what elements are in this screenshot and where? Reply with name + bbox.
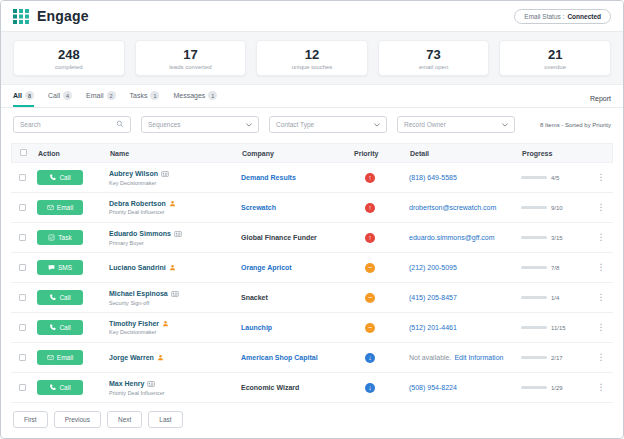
detail-link[interactable]: (212) 200-5095	[409, 264, 457, 271]
first-page-button[interactable]: First	[13, 411, 48, 428]
row-checkbox[interactable]	[19, 294, 26, 301]
row-checkbox[interactable]	[19, 324, 26, 331]
row-menu-icon[interactable]: ⋮	[597, 292, 606, 302]
select-all-checkbox[interactable]	[20, 149, 27, 156]
action-button[interactable]: SMS	[37, 260, 83, 275]
tab-tasks[interactable]: Tasks 1	[130, 91, 160, 107]
priority-low-icon: ↓	[365, 383, 375, 393]
engage-logo-icon	[13, 8, 29, 24]
row-menu-icon[interactable]: ⋮	[597, 322, 606, 332]
action-button-label: Email	[57, 354, 73, 361]
action-button[interactable]: Call	[37, 380, 83, 395]
previous-page-button[interactable]: Previous	[54, 411, 101, 428]
contact-type-dropdown[interactable]: Contact Type	[269, 116, 387, 133]
engage-table: Action Name Company Priority Detail Prog…	[1, 139, 623, 403]
search-input[interactable]	[20, 121, 110, 128]
progress-bar	[521, 296, 547, 299]
sequences-dropdown[interactable]: Sequences	[141, 116, 259, 133]
action-button[interactable]: Task	[37, 230, 83, 245]
tab-bar: All 8 Call 4 Email 2 Tasks 1 Messages 1 …	[1, 85, 623, 108]
action-button-label: Call	[59, 324, 70, 331]
progress-bar	[521, 266, 547, 269]
email-status-badge[interactable]: Email Status : Connected	[514, 9, 611, 24]
company-name[interactable]: Launchip	[241, 324, 272, 331]
tab-label: Messages	[173, 92, 205, 99]
action-button[interactable]: Call	[37, 320, 83, 335]
contact-name[interactable]: Eduardo Simmons	[109, 230, 171, 237]
row-checkbox[interactable]	[19, 234, 26, 241]
contact-name[interactable]: Debra Robertson	[109, 200, 166, 207]
contact-name[interactable]: Luciano Sandrini	[109, 264, 166, 271]
row-menu-icon[interactable]: ⋮	[597, 262, 606, 272]
row-menu-icon[interactable]: ⋮	[597, 172, 606, 182]
table-row: Call Aubrey Wilson Key Decisionmaker Dem…	[11, 163, 613, 193]
detail-link[interactable]: (508) 954-8224	[409, 384, 457, 391]
row-menu-icon[interactable]: ⋮	[597, 202, 606, 212]
action-button[interactable]: Call	[37, 290, 83, 305]
stat-value: 21	[500, 47, 610, 62]
report-link[interactable]: Report	[590, 95, 611, 107]
contact-name[interactable]: Michael Espinosa	[109, 290, 168, 297]
column-header-action: Action	[38, 150, 110, 157]
column-header-company: Company	[242, 150, 354, 157]
detail-link[interactable]: Edit Information	[454, 354, 503, 361]
stat-value: 248	[14, 47, 124, 62]
chevron-down-icon	[502, 121, 508, 128]
row-checkbox[interactable]	[19, 174, 26, 181]
detail-link[interactable]: (818) 649-5585	[409, 174, 457, 181]
company-name[interactable]: American Shop Capital	[241, 354, 318, 361]
contact-name[interactable]: Timothy Fisher	[109, 320, 159, 327]
row-checkbox[interactable]	[19, 354, 26, 361]
table-row: Call Max Henry Priority Deal Influencer …	[11, 373, 613, 403]
row-menu-icon[interactable]: ⋮	[597, 232, 606, 242]
filter-bar: Sequences Contact Type Record Owner 8 It…	[1, 108, 623, 139]
progress-label: 4/5	[551, 175, 559, 181]
tab-all[interactable]: All 8	[13, 91, 34, 107]
row-checkbox[interactable]	[19, 204, 26, 211]
row-menu-icon[interactable]: ⋮	[597, 352, 606, 362]
contact-name[interactable]: Max Henry	[109, 380, 144, 387]
row-menu-icon[interactable]: ⋮	[597, 382, 606, 392]
company-name[interactable]: Demand Results	[241, 174, 296, 181]
company-name: Economic Wizard	[241, 384, 299, 391]
row-checkbox[interactable]	[19, 384, 26, 391]
contact-name[interactable]: Jorge Warren	[109, 354, 154, 361]
id-card-icon	[174, 230, 182, 238]
stat-value: 17	[136, 47, 246, 62]
tab-messages[interactable]: Messages 1	[173, 91, 217, 107]
last-page-button[interactable]: Last	[148, 411, 182, 428]
detail-link[interactable]: (415) 205-8457	[409, 294, 457, 301]
contact-name[interactable]: Aubrey Wilson	[109, 170, 158, 177]
search-field[interactable]	[13, 116, 131, 133]
person-icon	[162, 320, 169, 327]
action-button[interactable]: Email	[37, 200, 83, 215]
tab-label: Tasks	[130, 92, 148, 99]
table-row: SMS Luciano Sandrini Orange Apricot − (2…	[11, 253, 613, 283]
record-owner-dropdown[interactable]: Record Owner	[397, 116, 515, 133]
contact-role: Priority Deal Influencer	[109, 390, 241, 396]
tab-call[interactable]: Call 4	[48, 91, 72, 107]
detail-link[interactable]: eduardo.simmons@gff.com	[409, 234, 495, 241]
detail-link[interactable]: drobertson@screwatch.com	[409, 204, 496, 211]
dropdown-label: Contact Type	[276, 121, 314, 128]
phone-icon	[49, 294, 56, 301]
progress-label: 1/29	[551, 385, 563, 391]
phone-icon	[49, 324, 56, 331]
brand: Engage	[13, 8, 89, 24]
search-icon	[116, 120, 124, 129]
tab-email[interactable]: Email 2	[86, 91, 116, 107]
id-card-icon	[147, 380, 155, 388]
stat-card-leads-converted: 17 leads converted	[135, 40, 247, 76]
action-button[interactable]: Call	[37, 170, 83, 185]
stat-label: leads converted	[136, 64, 246, 70]
detail-link[interactable]: (512) 201-4461	[409, 324, 457, 331]
row-checkbox[interactable]	[19, 264, 26, 271]
progress-label: 9/10	[551, 205, 563, 211]
priority-high-icon: ↑	[365, 203, 375, 213]
action-button-label: Call	[59, 294, 70, 301]
action-button[interactable]: Email	[37, 350, 83, 365]
company-name[interactable]: Screwatch	[241, 204, 276, 211]
progress-label: 1/4	[551, 295, 559, 301]
company-name[interactable]: Orange Apricot	[241, 264, 292, 271]
next-page-button[interactable]: Next	[107, 411, 142, 428]
